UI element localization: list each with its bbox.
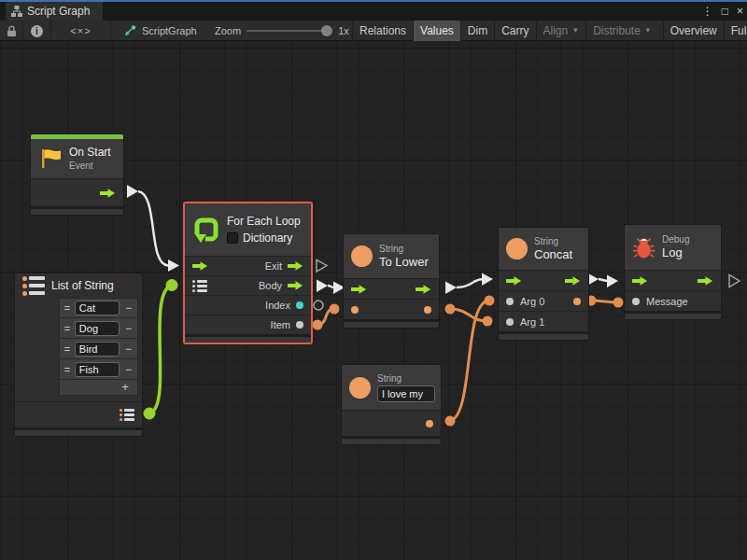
remove-item-button[interactable]: − — [122, 322, 134, 335]
full-screen-button[interactable]: Full Screen — [724, 21, 747, 41]
node-on-start[interactable]: On Start Event — [30, 133, 124, 216]
carry-button[interactable]: Carry — [494, 21, 535, 41]
unconnected-index-port[interactable] — [314, 301, 323, 310]
port-label: Arg 1 — [520, 316, 544, 328]
body-output-port[interactable] — [288, 280, 303, 291]
value-wire-list-foreach — [149, 286, 172, 414]
node-debug-log[interactable]: Debug Log Message — [624, 224, 722, 320]
remove-item-button[interactable]: − — [122, 301, 134, 315]
dictionary-label: Dictionary — [243, 231, 292, 245]
list-item-field[interactable] — [75, 342, 120, 357]
list-item-field[interactable] — [75, 301, 120, 315]
flow-input-port[interactable] — [632, 275, 648, 287]
port-row — [344, 299, 439, 319]
list-item-field[interactable] — [75, 362, 120, 377]
port-row-arg0: Arg 0 — [499, 290, 588, 311]
zoom-slider[interactable] — [247, 25, 332, 36]
string-input-port[interactable] — [351, 306, 359, 314]
value-wire-concat-message — [591, 301, 618, 302]
window-menu-icon[interactable]: ⋮ — [702, 5, 713, 18]
relations-button[interactable]: Relations — [352, 21, 413, 41]
unconnected-log-exit-port[interactable] — [729, 275, 740, 287]
drag-handle-icon[interactable]: = — [63, 364, 72, 375]
port-label: Index — [265, 300, 290, 311]
node-to-lower[interactable]: String To Lower — [343, 233, 440, 329]
flow-output-port[interactable] — [100, 188, 116, 199]
message-input-port[interactable] — [632, 298, 640, 305]
flow-output-port[interactable] — [698, 275, 713, 287]
port-row-message: Message — [625, 290, 721, 311]
list-item-field[interactable] — [75, 321, 120, 336]
lock-button[interactable] — [0, 21, 23, 41]
graph-canvas[interactable]: On Start Event List of String — [0, 41, 747, 560]
index-output-port[interactable] — [296, 301, 303, 309]
drag-handle-icon[interactable]: = — [63, 302, 72, 314]
align-dropdown[interactable]: Align ▼ — [536, 21, 586, 41]
flow-input-port[interactable] — [351, 284, 367, 295]
value-wire-tolower-arg1 — [450, 309, 487, 321]
values-button[interactable]: Values — [413, 21, 460, 41]
node-footer — [15, 427, 142, 436]
result-output-port[interactable] — [573, 298, 581, 305]
node-footer — [625, 311, 721, 319]
port-row — [344, 278, 439, 299]
node-title: Concat — [534, 247, 572, 262]
add-item-button[interactable]: + — [113, 380, 137, 395]
remove-item-button[interactable]: − — [122, 343, 134, 356]
flow-wire-onstart-foreach — [138, 191, 168, 266]
node-footer — [344, 319, 439, 328]
port-label: Exit — [265, 260, 282, 272]
node-list-of-string[interactable]: List of String = − = − = − — [14, 273, 143, 437]
zoom-slider-handle[interactable] — [321, 25, 332, 36]
list-icon — [22, 276, 45, 296]
string-value-field[interactable] — [377, 385, 435, 402]
flow-wire-concat-log — [599, 279, 608, 281]
string-output-port[interactable] — [426, 420, 433, 427]
node-string-literal[interactable]: String — [341, 364, 442, 445]
code-view-toggle[interactable]: <×> — [51, 21, 111, 41]
flow-output-port[interactable] — [416, 284, 431, 295]
wire-endpoint — [483, 316, 493, 327]
dictionary-checkbox[interactable] — [227, 232, 238, 244]
dim-button[interactable]: Dim — [460, 21, 494, 41]
list-item-row: = − — [59, 359, 138, 380]
maximize-icon[interactable]: □ — [722, 5, 728, 18]
node-concat[interactable]: String Concat Arg 0 Arg 1 — [498, 227, 589, 341]
list-input-port[interactable] — [192, 280, 207, 292]
zoom-slider-track — [247, 30, 332, 32]
exit-output-port[interactable] — [288, 260, 303, 272]
flow-input-port[interactable] — [506, 275, 522, 287]
close-icon[interactable]: × — [737, 5, 743, 18]
node-header: List of String — [15, 273, 142, 298]
flow-output-port[interactable] — [565, 275, 581, 287]
info-button[interactable]: i — [23, 21, 51, 41]
list-output-port[interactable] — [120, 409, 134, 421]
string-type-icon — [506, 238, 528, 259]
node-footer — [499, 331, 588, 340]
list-add-row: + — [59, 380, 138, 396]
node-header: Debug Log — [625, 225, 721, 270]
wire-end-arrow — [482, 273, 493, 287]
arg0-input-port[interactable] — [506, 298, 514, 305]
wire-endpoint — [166, 279, 178, 291]
distribute-dropdown[interactable]: Distribute ▼ — [585, 21, 658, 41]
drag-handle-icon[interactable]: = — [63, 323, 72, 334]
chevron-down-icon: ▼ — [644, 27, 652, 35]
item-output-port[interactable] — [296, 321, 303, 329]
value-wire-literal-arg0 — [450, 301, 489, 421]
overview-button[interactable]: Overview — [663, 21, 724, 41]
info-icon: i — [31, 25, 43, 37]
drag-handle-icon[interactable]: = — [63, 343, 72, 355]
string-type-icon — [351, 245, 373, 267]
arg1-input-port[interactable] — [506, 318, 514, 326]
string-output-port[interactable] — [424, 306, 431, 314]
unconnected-exit-port[interactable] — [317, 260, 327, 273]
flow-input-port[interactable] — [192, 260, 208, 272]
graph-breadcrumb[interactable]: ScriptGraph — [123, 21, 197, 41]
wire-endpoint — [144, 408, 156, 420]
node-for-each-loop[interactable]: For Each Loop Dictionary Exit — [183, 202, 313, 344]
tab-script-graph[interactable]: Script Graph — [6, 2, 103, 21]
remove-item-button[interactable]: − — [122, 363, 134, 376]
port-row — [499, 270, 588, 290]
wire-end-arrow — [607, 275, 618, 288]
